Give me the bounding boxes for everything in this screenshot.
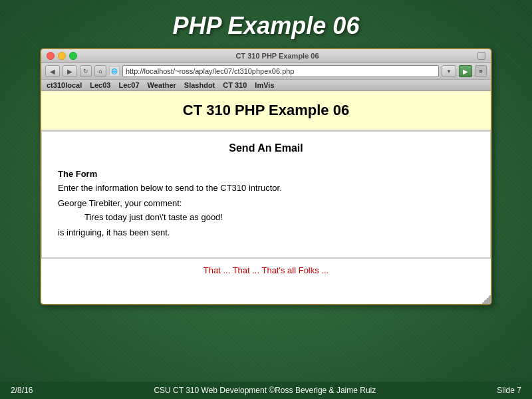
- bottom-slide: Slide 7: [497, 386, 521, 395]
- address-bar[interactable]: [122, 65, 439, 77]
- favicon: 🌐: [109, 66, 120, 76]
- titlebar-text: CT 310 PHP Example 06: [81, 52, 473, 60]
- traffic-light-red[interactable]: [47, 52, 55, 60]
- webpage-content: CT 310 PHP Example 06 Send An Email The …: [41, 91, 491, 304]
- dropdown-button[interactable]: ▼: [442, 65, 456, 77]
- footer-text: That ... That ... That's all Folks ...: [41, 258, 491, 282]
- toolbar-extra-button[interactable]: ≡: [475, 65, 487, 77]
- page-title: PHP Example 06: [0, 0, 532, 48]
- bookmark-ct310[interactable]: CT 310: [223, 81, 247, 89]
- bottom-date: 2/8/16: [11, 386, 33, 395]
- forward-button[interactable]: ▶: [63, 65, 77, 77]
- go-button[interactable]: ▶: [459, 65, 472, 77]
- webpage-header-title: CT 310 PHP Example 06: [55, 102, 477, 119]
- resize-corner[interactable]: [481, 295, 491, 304]
- the-form-label: The Form: [58, 169, 474, 179]
- home-button[interactable]: ⌂: [94, 65, 106, 77]
- bottom-bar: 2/8/16 CSU CT 310 Web Development ©Ross …: [0, 382, 532, 399]
- user-comment-line: George Tirebiter, your comment:: [58, 198, 474, 208]
- bookmark-slashdot[interactable]: Slashdot: [184, 81, 215, 89]
- webpage-header: CT 310 PHP Example 06: [41, 91, 491, 131]
- webpage-body: Send An Email The Form Enter the informa…: [41, 131, 491, 258]
- traffic-light-green[interactable]: [69, 52, 77, 60]
- bookmark-lec07[interactable]: Lec07: [118, 81, 139, 89]
- sent-message: is intriguing, it has been sent.: [58, 227, 474, 237]
- browser-toolbar: ◀ ▶ ↻ ⌂ 🌐 ▼ ▶ ≡: [41, 63, 491, 80]
- refresh-button[interactable]: ↻: [80, 65, 92, 77]
- send-email-heading: Send An Email: [58, 142, 474, 160]
- titlebar-resize-btn[interactable]: [477, 52, 485, 60]
- back-button[interactable]: ◀: [45, 65, 60, 77]
- description-text: Enter the information below to send to t…: [58, 183, 474, 193]
- bookmark-weather[interactable]: Weather: [148, 81, 176, 89]
- browser-titlebar: CT 310 PHP Example 06: [41, 49, 491, 63]
- bookmark-ct310local[interactable]: ct310local: [47, 81, 82, 89]
- browser-window: CT 310 PHP Example 06 ◀ ▶ ↻ ⌂ 🌐 ▼ ▶ ≡ ct…: [40, 48, 492, 305]
- bookmarks-bar: ct310local Lec03 Lec07 Weather Slashdot …: [41, 80, 491, 91]
- traffic-light-yellow[interactable]: [58, 52, 66, 60]
- bottom-credits: CSU CT 310 Web Development ©Ross Beverig…: [154, 386, 376, 395]
- bookmark-imvis[interactable]: ImVis: [255, 81, 274, 89]
- comment-blockquote: Tires today just don\'t taste as good!: [84, 212, 474, 222]
- bookmark-lec03[interactable]: Lec03: [90, 81, 110, 89]
